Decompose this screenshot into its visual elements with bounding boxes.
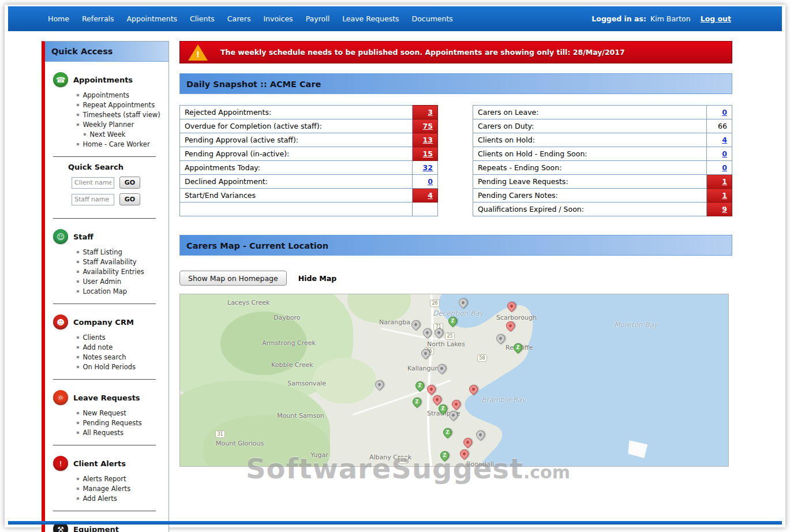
metric-value-link[interactable]: 9	[722, 205, 727, 213]
map-place-label-armstrong-creek: Armstrong Creek	[262, 339, 316, 347]
sidebar-item-location-map[interactable]: ▪Location Map	[76, 287, 164, 295]
sidebar-item-alerts-report[interactable]: ▪Alerts Report	[76, 475, 164, 483]
sidebar-item-label: Location Map	[83, 287, 127, 295]
sidebar-item-timesheets-staff-view[interactable]: ▪Timesheets (staff view)	[76, 111, 164, 119]
bullet-icon: ▪	[76, 419, 79, 427]
metric-label: Pending Carers Notes:	[473, 189, 707, 203]
snapshot-row: Rejected Appointments:3	[180, 106, 438, 119]
footer-bar	[8, 521, 782, 524]
snapshot-row: Clients on Hold - Ending Soon:0	[473, 147, 732, 161]
metric-label: Start/End Variances	[180, 189, 413, 203]
alert-text: The weekly schedule needs to be publishe…	[220, 48, 625, 57]
nav-item-clients[interactable]: Clients	[184, 14, 221, 23]
client-search-go-button[interactable]: GO	[119, 177, 140, 189]
bullet-icon: ▪	[76, 101, 79, 109]
sidebar-items-list: ▪New Request▪Pending Requests▪All Reques…	[53, 409, 164, 437]
sidebar-item-user-admin[interactable]: ▪User Admin	[76, 278, 164, 286]
metric-value-cell: 0	[707, 161, 732, 175]
sidebar-item-label: Timesheets (staff view)	[83, 111, 160, 119]
nav-item-carers[interactable]: Carers	[221, 14, 257, 23]
client-name-input[interactable]	[72, 177, 114, 189]
sidebar-item-staff-listing[interactable]: ▪Staff Listing	[76, 248, 164, 256]
nav-item-documents[interactable]: Documents	[406, 14, 459, 23]
metric-value-link[interactable]: 1	[722, 191, 727, 200]
bullet-icon: ▪	[76, 353, 79, 361]
nav-item-home[interactable]: Home	[42, 14, 76, 23]
bullet-icon: ▪	[76, 334, 79, 342]
sidebar-section-title: Appointments	[73, 76, 133, 84]
metric-value-link[interactable]: 13	[423, 136, 433, 144]
show-map-homepage-button[interactable]: Show Map on Homepage	[179, 271, 287, 286]
hide-map-link[interactable]: Hide Map	[298, 274, 336, 283]
nav-item-referrals[interactable]: Referrals	[76, 14, 121, 23]
metric-value-link[interactable]: 4	[722, 136, 727, 144]
metric-value-cell: 75	[413, 119, 438, 133]
metric-value-link[interactable]: 75	[423, 122, 433, 130]
map-place-label-mount-glorious: Mount Glorious	[216, 440, 264, 447]
logout-link[interactable]: Log out	[701, 14, 731, 23]
sidebar-item-label: Alerts Report	[83, 475, 126, 483]
metric-value-link[interactable]: 4	[428, 191, 433, 200]
sidebar-item-add-note[interactable]: ▪Add note	[76, 343, 164, 351]
metric-value-link[interactable]: 32	[423, 163, 433, 172]
metric-value-link[interactable]: 0	[722, 163, 727, 172]
sidebar-item-all-requests[interactable]: ▪All Requests	[76, 429, 164, 437]
sidebar-item-label: All Requests	[83, 429, 123, 437]
sidebar-item-on-hold-periods[interactable]: ▪On Hold Periods	[76, 363, 164, 371]
sidebar-item-add-alerts[interactable]: ▪Add Alerts	[76, 494, 164, 503]
sidebar-section-title: Leave Requests	[73, 394, 140, 402]
sidebar-item-availability-entries[interactable]: ▪Availability Entries	[76, 268, 164, 276]
sidebar-item-home-care-worker[interactable]: ▪Home - Care Worker	[76, 140, 164, 148]
nav-item-appointments[interactable]: Appointments	[121, 14, 184, 23]
route-badge-58: 58	[477, 354, 487, 362]
metric-value-link[interactable]: 0	[722, 149, 727, 158]
metric-value-link[interactable]: 0	[428, 177, 433, 186]
staff-name-input[interactable]	[72, 194, 114, 205]
sidebar-item-notes-search[interactable]: ▪Notes search	[76, 353, 164, 361]
sidebar-item-repeat-appointments[interactable]: ▪Repeat Appointments	[76, 101, 164, 109]
sidebar-section-header: !Client Alerts	[53, 456, 164, 471]
metric-value-link[interactable]: 15	[423, 149, 433, 158]
map-water	[439, 294, 728, 466]
leave-requests-icon: ☼	[53, 390, 68, 405]
sidebar-item-clients[interactable]: ▪Clients	[76, 334, 164, 342]
staff-search-go-button[interactable]: GO	[119, 193, 140, 205]
carers-map-canvas[interactable]: Laceys CreekDayboroNarangbaDeception Bay…	[179, 294, 729, 467]
sidebar-item-label: Add Alerts	[83, 494, 117, 503]
sidebar-item-pending-requests[interactable]: ▪Pending Requests	[76, 419, 164, 427]
route-badge-25: 25	[445, 332, 455, 340]
sidebar-section-company-crm: ☻Company CRM▪Clients▪Add note▪Notes sear…	[45, 304, 169, 372]
sidebar-item-next-week[interactable]: ▪Next Week	[76, 130, 164, 138]
map-place-label-kobble-creek: Kobble Creek	[271, 361, 313, 369]
metric-value-cell: 0	[413, 175, 438, 189]
sidebar-item-manage-alerts[interactable]: ▪Manage Alerts	[76, 485, 164, 493]
snapshot-row: Pending Approval (active staff):13	[180, 133, 438, 147]
metric-value-link[interactable]: 1	[722, 177, 727, 186]
bullet-icon: ▪	[76, 258, 79, 266]
sidebar-sections: ☎Appointments▪Appointments▪Repeat Appoin…	[45, 72, 169, 532]
snapshot-row: Overdue for Completion (active staff):75	[180, 119, 438, 133]
route-badge-31: 31	[215, 430, 225, 438]
snapshot-tables: Rejected Appointments:3Overdue for Compl…	[179, 105, 732, 216]
metric-value-link[interactable]: 3	[428, 108, 433, 117]
sidebar-item-new-request[interactable]: ▪New Request	[76, 409, 164, 417]
metric-label: Repeats - Ending Soon:	[473, 161, 707, 175]
sidebar-item-staff-availability[interactable]: ▪Staff Availability	[76, 258, 164, 266]
nav-item-leave-requests[interactable]: Leave Requests	[336, 14, 405, 23]
nav-item-invoices[interactable]: Invoices	[257, 14, 299, 23]
nav-item-payroll[interactable]: Payroll	[299, 14, 336, 23]
map-place-label-mount-samson: Mount Samson	[277, 412, 324, 419]
snapshot-row: Declined Appointment:0	[180, 175, 438, 189]
metric-value-link[interactable]: 0	[722, 108, 727, 117]
bullet-icon: ▪	[76, 140, 79, 148]
login-status: Logged in as: Kim Barton Log out	[591, 14, 731, 23]
sidebar-item-label: Repeat Appointments	[83, 101, 155, 109]
sidebar-item-label: Notes search	[83, 353, 126, 361]
bullet-icon: ▪	[76, 485, 79, 493]
sidebar-section-staff: ☺Staff▪Staff Listing▪Staff Availability▪…	[45, 218, 169, 297]
sidebar-item-appointments[interactable]: ▪Appointments	[76, 91, 164, 99]
sidebar-item-weekly-planner[interactable]: ▪Weekly Planner	[76, 121, 164, 129]
sidebar-item-label: Appointments	[83, 91, 129, 99]
snapshot-table-right: Carers on Leave:0Carers on Duty:66Client…	[473, 105, 732, 216]
metric-value-cell: 0	[707, 106, 732, 119]
